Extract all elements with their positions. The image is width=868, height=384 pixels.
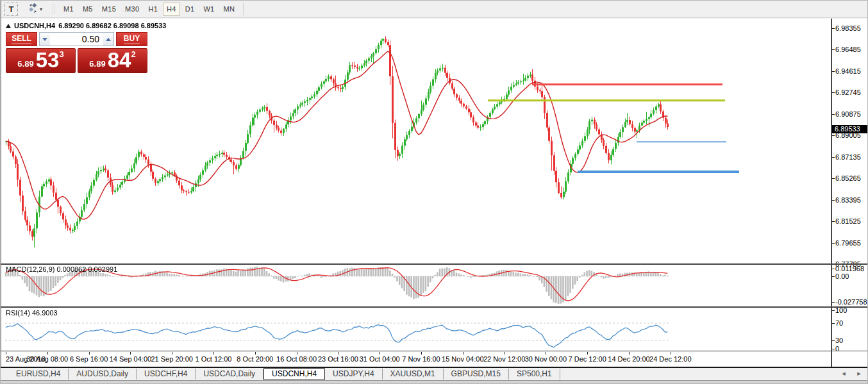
chart-tab[interactable]: XAUUSD,M1 <box>383 369 444 380</box>
time-tick <box>505 352 505 355</box>
time-tick <box>6 352 6 355</box>
toolbar-grip[interactable] <box>52 3 55 15</box>
time-axis-label: 15 Nov 04:00 <box>442 355 483 363</box>
time-axis-label: 16 Oct 08:00 <box>276 355 317 363</box>
rsi-chart[interactable] <box>1 308 831 351</box>
toolbar-separator <box>243 3 244 15</box>
time-axis-label: 7 Nov 16:00 <box>402 355 440 363</box>
time-tick <box>130 352 131 355</box>
collapse-icon[interactable] <box>6 24 11 28</box>
time-tick <box>338 352 338 355</box>
rsi-label: RSI(14) 46.9003 <box>6 309 58 317</box>
time-tick <box>89 352 90 355</box>
one-click-trading-panel: SELL BUY 6.89 53 3 6.89 <box>6 32 147 73</box>
macd-pane[interactable] <box>1 265 831 306</box>
timeframe-button[interactable]: M5 <box>79 3 97 16</box>
tab-list: EURUSD,H4 AUDUSD,Daily USDCHF,H4 USDCAD,… <box>8 368 560 380</box>
text-tool-button[interactable]: T <box>4 3 18 16</box>
timeframe-button[interactable]: MN <box>220 3 239 16</box>
chart-tab[interactable]: USDCNH,H4 <box>263 368 325 380</box>
symbol-label: USDCNH,H4 <box>14 22 55 29</box>
time-tick <box>213 352 214 355</box>
timeframe-button[interactable]: D1 <box>181 3 199 16</box>
timeframe-button[interactable]: M1 <box>60 3 78 16</box>
time-axis-label: 14 Sep 04:00 <box>110 355 151 363</box>
time-tick <box>255 352 256 355</box>
chart-tab-bar: EURUSD,H4 AUDUSD,Daily USDCHF,H4 USDCAD,… <box>1 368 868 380</box>
price-axis-label: 6.87135 <box>835 153 861 161</box>
macd-axis-label: -0.027758 <box>835 298 867 306</box>
price-axis-label: 6.79655 <box>835 239 861 247</box>
timeframe-button[interactable]: H1 <box>144 3 162 16</box>
timeframe-button[interactable]: M30 <box>121 3 143 16</box>
macd-chart[interactable] <box>1 265 831 306</box>
chart-tab[interactable]: AUDUSD,Daily <box>69 369 137 380</box>
macd-label: MACD(12,26,9) 0.000862 0.002991 <box>6 265 117 273</box>
time-axis-label: 7 Dec 12:00 <box>569 355 606 363</box>
tab-scroll-left-icon[interactable]: ◂ <box>839 369 848 378</box>
rsi-axis-label: 70 <box>835 319 843 327</box>
price-axis-label: 6.85265 <box>835 174 861 182</box>
pane-border <box>1 351 868 351</box>
price-axis-label: 6.83395 <box>835 196 861 204</box>
sell-button[interactable]: SELL <box>6 32 37 46</box>
time-tick <box>546 352 546 355</box>
time-axis-label: 8 Oct 20:00 <box>237 355 273 363</box>
time-axis-label: 30 Aug 08:00 <box>26 355 68 363</box>
triangle-down-icon <box>42 38 47 41</box>
chart-tab[interactable]: GBPUSD,M15 <box>444 369 509 380</box>
time-tick <box>172 352 172 355</box>
buy-button[interactable]: BUY <box>116 32 147 46</box>
toolbar: T ▾ M1 M5 M15 M30 <box>1 1 868 18</box>
axis-separator <box>831 19 832 367</box>
objects-icon <box>28 3 38 15</box>
macd-axis-label: 0.00 <box>835 272 849 280</box>
status-bar <box>1 380 868 384</box>
current-price-tag: 6.89533 <box>832 125 868 133</box>
time-tick <box>587 352 588 355</box>
chart-tab[interactable]: EURUSD,H4 <box>8 369 69 380</box>
sell-price-button[interactable]: 6.89 53 3 <box>6 48 76 73</box>
price-axis-label: 6.98355 <box>835 24 861 32</box>
price-axis[interactable]: 6.983556.964856.946156.927456.908756.890… <box>832 19 868 367</box>
buy-price-pip: 2 <box>131 49 135 59</box>
timeframe-button[interactable]: M15 <box>98 3 120 16</box>
buy-price-big: 84 <box>108 49 131 71</box>
chart-tab[interactable]: USDCHF,H4 <box>137 369 196 380</box>
tab-scroll-right-icon[interactable]: ▸ <box>855 369 864 378</box>
time-tick <box>47 352 48 355</box>
time-axis: 23 Aug 201830 Aug 08:006 Sep 16:0014 Sep… <box>1 352 831 367</box>
time-tick <box>297 352 297 355</box>
time-axis-label: 24 Dec 12:00 <box>649 355 691 363</box>
buy-price-prefix: 6.89 <box>89 59 105 69</box>
time-axis-label: 23 Oct 16:00 <box>318 355 358 363</box>
time-axis-label: 14 Dec 20:00 <box>608 355 649 363</box>
objects-tool-button[interactable]: ▾ <box>24 3 46 16</box>
timeframe-button[interactable]: H4 <box>163 3 180 16</box>
price-axis-label: 6.92745 <box>835 88 861 96</box>
time-tick <box>421 352 422 355</box>
chart-tab[interactable]: USDCAD,Daily <box>196 369 263 380</box>
pane-splitter[interactable] <box>1 263 868 265</box>
sell-price-prefix: 6.89 <box>17 59 33 69</box>
volume-input[interactable] <box>50 33 103 46</box>
chart-tab[interactable]: USDJPY,H4 <box>325 369 382 380</box>
time-axis-label: 1 Oct 12:00 <box>196 355 232 363</box>
buy-price-button[interactable]: 6.89 84 2 <box>78 48 147 73</box>
triangle-up-icon <box>106 38 111 41</box>
price-axis-label: 6.81525 <box>835 217 861 225</box>
rsi-axis-label: 30 <box>835 337 843 344</box>
price-axis-label: 6.96485 <box>835 46 861 53</box>
time-axis-label: 21 Sep 20:00 <box>151 355 192 363</box>
chevron-down-icon: ▾ <box>40 6 42 12</box>
time-axis-label: 31 Oct 04:00 <box>360 355 400 363</box>
chart-tab[interactable]: SP500,H1 <box>509 369 560 380</box>
mt4-window: T ▾ M1 M5 M15 M30 <box>0 0 868 384</box>
timeframe-button[interactable]: W1 <box>199 3 218 16</box>
price-axis-label: 6.94615 <box>835 67 861 75</box>
pane-splitter[interactable] <box>1 306 868 308</box>
volume-increase-button[interactable] <box>103 33 113 46</box>
rsi-pane[interactable] <box>1 308 831 351</box>
volume-decrease-button[interactable] <box>40 33 50 46</box>
time-tick <box>463 352 463 355</box>
